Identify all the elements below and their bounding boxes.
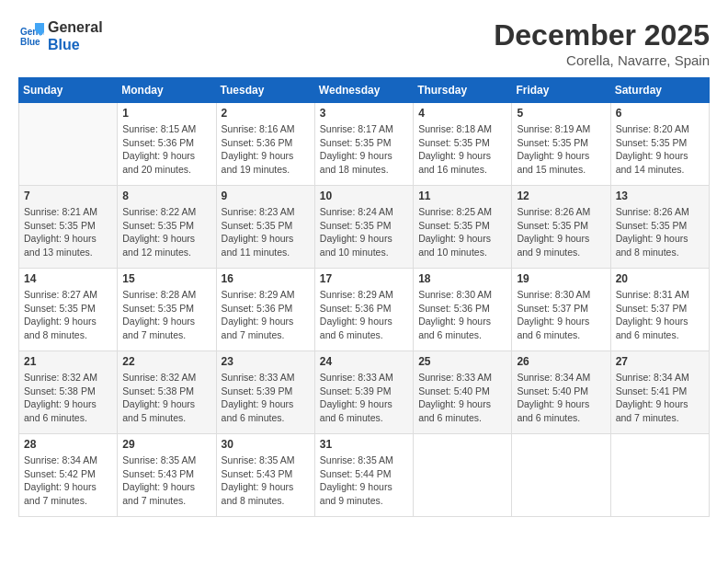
day-info: Sunrise: 8:32 AMSunset: 5:38 PMDaylight:…: [122, 371, 210, 425]
day-cell: [414, 434, 512, 517]
day-number: 9: [222, 190, 310, 202]
day-info: Sunrise: 8:27 AMSunset: 5:35 PMDaylight:…: [24, 288, 112, 342]
logo: General Blue General Blue: [18, 18, 103, 53]
day-cell: 6Sunrise: 8:20 AMSunset: 5:35 PMDaylight…: [610, 103, 709, 186]
day-number: 16: [222, 272, 310, 285]
day-number: 25: [418, 355, 506, 368]
day-info: Sunrise: 8:34 AMSunset: 5:42 PMDaylight:…: [24, 454, 112, 508]
day-cell: 16Sunrise: 8:29 AMSunset: 5:36 PMDayligh…: [216, 269, 314, 351]
logo-text-general: General: [48, 18, 103, 36]
day-info: Sunrise: 8:26 AMSunset: 5:35 PMDaylight:…: [517, 205, 605, 259]
day-cell: 26Sunrise: 8:34 AMSunset: 5:40 PMDayligh…: [512, 351, 610, 434]
svg-text:Blue: Blue: [20, 37, 40, 47]
week-row-2: 7Sunrise: 8:21 AMSunset: 5:35 PMDaylight…: [19, 186, 710, 269]
day-cell: 4Sunrise: 8:18 AMSunset: 5:35 PMDaylight…: [414, 103, 512, 186]
month-title: December 2025: [494, 18, 710, 52]
day-info: Sunrise: 8:32 AMSunset: 5:38 PMDaylight:…: [24, 371, 112, 425]
day-number: 24: [320, 355, 408, 368]
day-info: Sunrise: 8:29 AMSunset: 5:36 PMDaylight:…: [222, 288, 310, 342]
day-number: 29: [122, 438, 210, 451]
logo-icon: General Blue: [18, 23, 44, 49]
day-cell: [512, 434, 610, 517]
day-info: Sunrise: 8:29 AMSunset: 5:36 PMDaylight:…: [320, 288, 408, 342]
day-cell: 8Sunrise: 8:22 AMSunset: 5:35 PMDaylight…: [118, 186, 216, 269]
day-info: Sunrise: 8:35 AMSunset: 5:43 PMDaylight:…: [122, 454, 210, 508]
day-cell: 2Sunrise: 8:16 AMSunset: 5:36 PMDaylight…: [216, 103, 314, 186]
day-cell: 28Sunrise: 8:34 AMSunset: 5:42 PMDayligh…: [19, 434, 118, 517]
day-cell: 18Sunrise: 8:30 AMSunset: 5:36 PMDayligh…: [414, 269, 512, 351]
day-number: 5: [517, 107, 605, 120]
col-header-monday: Monday: [118, 78, 216, 103]
day-cell: [610, 434, 709, 517]
day-number: 17: [320, 272, 408, 285]
day-cell: 11Sunrise: 8:25 AMSunset: 5:35 PMDayligh…: [414, 186, 512, 269]
day-cell: 14Sunrise: 8:27 AMSunset: 5:35 PMDayligh…: [19, 269, 118, 351]
day-number: 26: [517, 355, 605, 368]
day-cell: 17Sunrise: 8:29 AMSunset: 5:36 PMDayligh…: [314, 269, 413, 351]
day-cell: 9Sunrise: 8:23 AMSunset: 5:35 PMDaylight…: [216, 186, 314, 269]
day-cell: 19Sunrise: 8:30 AMSunset: 5:37 PMDayligh…: [512, 269, 610, 351]
day-number: 21: [24, 355, 112, 368]
day-info: Sunrise: 8:16 AMSunset: 5:36 PMDaylight:…: [222, 122, 310, 177]
day-number: 10: [320, 190, 408, 202]
day-cell: 23Sunrise: 8:33 AMSunset: 5:39 PMDayligh…: [216, 351, 314, 434]
day-number: 23: [222, 355, 310, 368]
week-row-5: 28Sunrise: 8:34 AMSunset: 5:42 PMDayligh…: [19, 434, 710, 517]
day-info: Sunrise: 8:15 AMSunset: 5:36 PMDaylight:…: [122, 122, 210, 177]
day-number: 13: [616, 190, 704, 202]
day-cell: 31Sunrise: 8:35 AMSunset: 5:44 PMDayligh…: [314, 434, 413, 517]
week-row-4: 21Sunrise: 8:32 AMSunset: 5:38 PMDayligh…: [19, 351, 710, 434]
day-number: 27: [616, 355, 704, 368]
day-number: 11: [418, 190, 506, 202]
day-info: Sunrise: 8:21 AMSunset: 5:35 PMDaylight:…: [24, 205, 112, 259]
day-info: Sunrise: 8:30 AMSunset: 5:36 PMDaylight:…: [418, 288, 506, 342]
page-header: General Blue General Blue December 2025 …: [18, 18, 710, 68]
day-info: Sunrise: 8:22 AMSunset: 5:35 PMDaylight:…: [122, 205, 210, 259]
day-number: 14: [24, 272, 112, 285]
day-info: Sunrise: 8:33 AMSunset: 5:40 PMDaylight:…: [418, 371, 506, 425]
day-number: 3: [320, 107, 408, 120]
day-info: Sunrise: 8:35 AMSunset: 5:43 PMDaylight:…: [222, 454, 310, 508]
day-number: 22: [122, 355, 210, 368]
day-number: 8: [122, 190, 210, 202]
day-cell: 13Sunrise: 8:26 AMSunset: 5:35 PMDayligh…: [610, 186, 709, 269]
day-info: Sunrise: 8:33 AMSunset: 5:39 PMDaylight:…: [222, 371, 310, 425]
day-info: Sunrise: 8:20 AMSunset: 5:35 PMDaylight:…: [616, 122, 704, 177]
day-cell: 30Sunrise: 8:35 AMSunset: 5:43 PMDayligh…: [216, 434, 314, 517]
day-cell: 3Sunrise: 8:17 AMSunset: 5:35 PMDaylight…: [314, 103, 413, 186]
col-header-friday: Friday: [512, 78, 610, 103]
day-cell: 12Sunrise: 8:26 AMSunset: 5:35 PMDayligh…: [512, 186, 610, 269]
col-header-wednesday: Wednesday: [314, 78, 413, 103]
title-block: December 2025 Corella, Navarre, Spain: [494, 18, 710, 68]
day-info: Sunrise: 8:31 AMSunset: 5:37 PMDaylight:…: [616, 288, 704, 342]
day-cell: 20Sunrise: 8:31 AMSunset: 5:37 PMDayligh…: [610, 269, 709, 351]
day-cell: 1Sunrise: 8:15 AMSunset: 5:36 PMDaylight…: [118, 103, 216, 186]
day-info: Sunrise: 8:34 AMSunset: 5:40 PMDaylight:…: [517, 371, 605, 425]
location: Corella, Navarre, Spain: [494, 52, 710, 68]
day-cell: [19, 103, 118, 186]
header-row: SundayMondayTuesdayWednesdayThursdayFrid…: [19, 78, 710, 103]
day-info: Sunrise: 8:18 AMSunset: 5:35 PMDaylight:…: [418, 122, 506, 177]
day-cell: 25Sunrise: 8:33 AMSunset: 5:40 PMDayligh…: [414, 351, 512, 434]
day-info: Sunrise: 8:19 AMSunset: 5:35 PMDaylight:…: [517, 122, 605, 177]
week-row-3: 14Sunrise: 8:27 AMSunset: 5:35 PMDayligh…: [19, 269, 710, 351]
day-number: 4: [418, 107, 506, 120]
day-number: 2: [222, 107, 310, 120]
col-header-sunday: Sunday: [19, 78, 118, 103]
day-cell: 24Sunrise: 8:33 AMSunset: 5:39 PMDayligh…: [314, 351, 413, 434]
day-info: Sunrise: 8:25 AMSunset: 5:35 PMDaylight:…: [418, 205, 506, 259]
day-info: Sunrise: 8:23 AMSunset: 5:35 PMDaylight:…: [222, 205, 310, 259]
day-number: 30: [222, 438, 310, 451]
day-number: 6: [616, 107, 704, 120]
day-number: 19: [517, 272, 605, 285]
week-row-1: 1Sunrise: 8:15 AMSunset: 5:36 PMDaylight…: [19, 103, 710, 186]
day-cell: 15Sunrise: 8:28 AMSunset: 5:35 PMDayligh…: [118, 269, 216, 351]
day-number: 15: [122, 272, 210, 285]
day-number: 1: [122, 107, 210, 120]
day-info: Sunrise: 8:33 AMSunset: 5:39 PMDaylight:…: [320, 371, 408, 425]
col-header-thursday: Thursday: [414, 78, 512, 103]
col-header-saturday: Saturday: [610, 78, 709, 103]
day-info: Sunrise: 8:28 AMSunset: 5:35 PMDaylight:…: [122, 288, 210, 342]
day-number: 12: [517, 190, 605, 202]
day-cell: 29Sunrise: 8:35 AMSunset: 5:43 PMDayligh…: [118, 434, 216, 517]
